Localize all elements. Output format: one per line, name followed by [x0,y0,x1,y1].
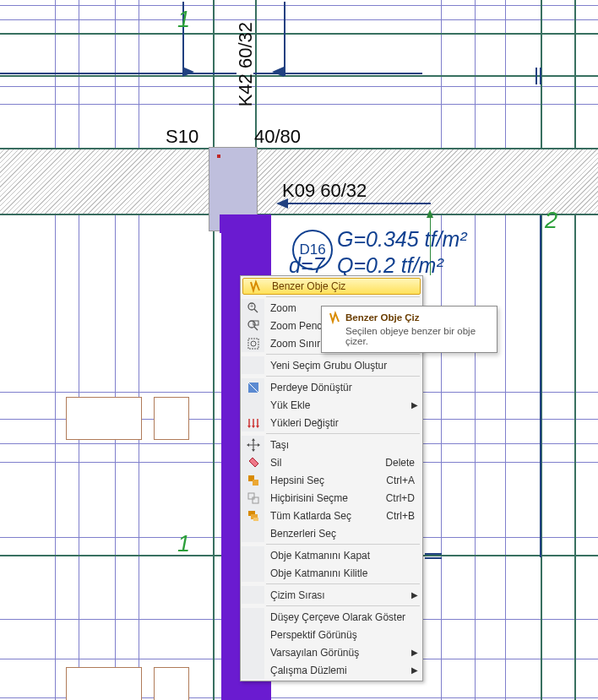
load-d: d=7 [289,253,324,278]
svg-rect-26 [253,518,258,521]
menu-yuk-ekle[interactable]: Yük Ekle ▶ [242,396,421,414]
load-g: G=0.345 tf/m² [337,227,467,252]
svg-marker-18 [247,443,249,447]
menu-benzer-obje-ciz[interactable]: Benzer Obje Çiz [242,278,421,295]
zoom-extents-icon [247,337,260,350]
tooltip-title: Benzer Obje Çiz [345,312,420,323]
menu-tasi[interactable]: Taşı [242,436,421,453]
svg-line-1 [254,309,258,312]
menu-cizim-sirasi[interactable]: Çizim Sırası ▶ [242,586,421,604]
menu-dusey-cerceve[interactable]: Düşey Çerçeve Olarak Göster [242,608,421,626]
menu-perdeye-donustur[interactable]: Perdeye Dönüştür [242,378,421,396]
tooltip-description: Seçilen objeye benzer bir obje çizer. [328,326,491,346]
submenu-arrow-icon: ▶ [411,665,421,675]
submenu-arrow-icon: ▶ [411,400,421,410]
svg-rect-23 [253,497,258,503]
tooltip: Benzer Obje Çiz Seçilen objeye benzer bi… [321,306,497,353]
column-dim-label: 40/80 [254,126,301,148]
svg-line-4 [254,327,258,330]
select-all-icon [247,474,260,487]
menu-sil[interactable]: Sil Delete [242,453,421,471]
move-icon [247,438,260,452]
submenu-arrow-icon: ▶ [411,648,421,657]
svg-marker-19 [258,443,260,447]
menu-obje-katmani-kapat[interactable]: Obje Katmanını Kapat [242,546,421,564]
menu-benzerleri-sec[interactable]: Benzerleri Seç [242,524,421,542]
menu-yukleri-degistir[interactable]: Yükleri Değiştir [242,414,421,431]
menu-perspektif[interactable]: Perspektif Görünüş [242,626,421,643]
svg-marker-16 [252,438,255,441]
beam-k42-label: K42 60/32 [235,22,257,106]
svg-marker-13 [247,426,251,428]
menu-calisma-duzlemi[interactable]: Çalışma Düzlemi ▶ [242,661,421,679]
zoom-icon: + [247,301,260,315]
load-icon [247,416,260,430]
svg-marker-15 [256,426,259,428]
svg-rect-22 [248,493,254,499]
deselect-all-icon [247,491,260,505]
column-origin-dot [217,155,220,158]
menu-tum-katlarda-sec[interactable]: Tüm Katlarda Seç Ctrl+B [242,507,421,524]
menu-label: Benzer Obje Çiz [266,280,420,292]
ghost-box [154,667,189,700]
similar-object-icon [248,279,262,293]
axis-number-2: 2 [545,208,557,234]
ghost-box [66,667,142,700]
select-stories-icon [247,509,260,523]
column-mark-label: S10 [166,126,198,148]
ghost-box [66,397,142,440]
menu-hepsini-sec[interactable]: Hepsini Seç Ctrl+A [242,471,421,489]
menu-hicbirisini-secme[interactable]: Hiçbirisini Seçme Ctrl+D [242,489,421,507]
similar-object-icon [328,311,341,324]
delete-icon [247,456,260,469]
svg-marker-14 [252,426,255,428]
svg-marker-17 [252,449,255,452]
axis-number-1-top: 1 [177,7,190,33]
zoom-window-icon [247,319,260,333]
convert-wall-icon [247,381,260,394]
svg-rect-21 [253,480,258,486]
ghost-box [154,397,189,440]
svg-rect-6 [248,339,258,349]
submenu-arrow-icon: ▶ [411,590,421,600]
svg-text:+: + [250,303,253,309]
menu-yeni-secim-grubu[interactable]: Yeni Seçim Grubu Oluştur [242,356,421,374]
menu-varsayilan-gorunus[interactable]: Varsayılan Görünüş ▶ [242,643,421,661]
svg-point-7 [251,341,256,346]
beam-k09-label: K09 60/32 [282,180,367,202]
menu-obje-katmani-kilitle[interactable]: Obje Katmanını Kilitle [242,564,421,582]
svg-point-3 [248,321,255,328]
axis-number-1-bottom: 1 [177,531,190,557]
load-q: Q=0.2 tf/m² [337,253,443,278]
